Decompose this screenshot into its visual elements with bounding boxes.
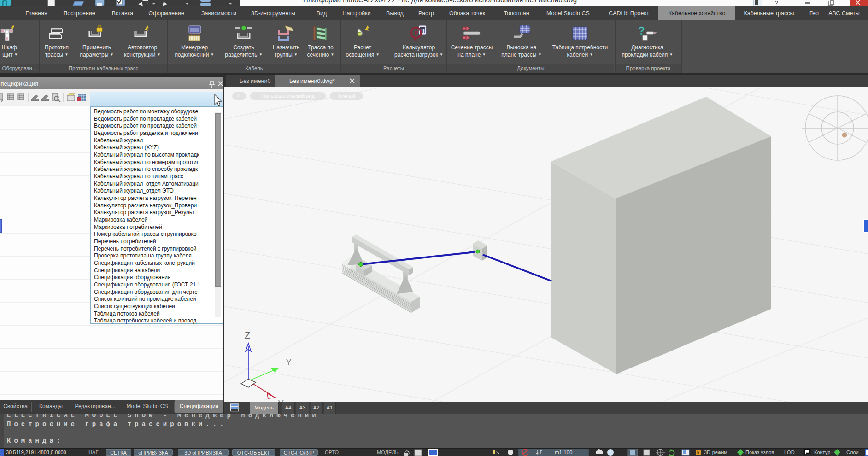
svg-text:3D-режим: 3D-режим <box>704 450 727 455</box>
svg-text:LOD: LOD <box>784 450 795 455</box>
svg-text:Y: Y <box>286 357 292 367</box>
svg-text:?: ? <box>638 24 645 37</box>
svg-text:?: ? <box>775 0 778 6</box>
svg-text:a: a <box>697 450 699 455</box>
svg-text:Z: Z <box>245 330 250 340</box>
svg-text:P: P <box>414 29 418 36</box>
svg-text:m1:100: m1:100 <box>555 450 572 455</box>
svg-text:X: X <box>278 398 284 402</box>
svg-text:Слои: Слои <box>846 450 859 455</box>
svg-text:Показ узлов: Показ узлов <box>745 450 774 455</box>
svg-text:Контур: Контур <box>814 450 830 455</box>
